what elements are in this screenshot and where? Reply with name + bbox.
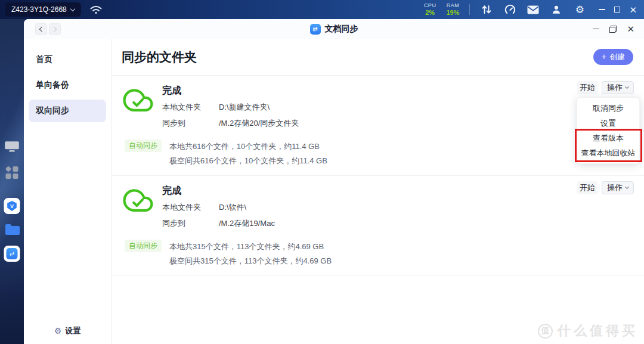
ram-label: RAM [447,3,460,9]
taskbar-divider [469,4,470,15]
window-restore-button[interactable] [609,26,617,33]
window-minimize-button[interactable] [593,29,599,30]
auto-sync-badge: 自动同步 [125,240,162,252]
local-stat: 本地共616个文件，10个文件夹，约11.4 GB [169,140,327,154]
sync-status: 完成 [162,85,299,97]
action-button[interactable]: 操作 [602,81,634,94]
sidebar-item-twoway-sync[interactable]: 双向同步 [29,100,106,122]
settings-gear-icon: ⚙ [54,327,62,335]
sidebar: 首页 单向备份 双向同步 ⚙ 设置 [24,39,112,344]
sync-target-label: 同步到 [162,218,219,229]
sidebar-settings-button[interactable]: ⚙ 设置 [24,326,111,336]
start-button[interactable]: 开始 [577,81,597,94]
local-folder-value: D:\软件\ [219,202,246,213]
desktop-dock: V ⇄ [0,19,24,344]
v-app-icon[interactable]: V [4,198,20,214]
local-folder-label: 本地文件夹 [162,202,219,213]
start-button[interactable]: 开始 [577,181,597,194]
ram-stat: RAM 19% [446,3,459,16]
system-close-button[interactable]: ✕ [629,5,637,14]
doc-sync-app-icon[interactable]: ⇄ [4,246,20,262]
forward-button[interactable] [49,23,61,35]
action-dropdown-menu: 取消同步 设置 查看版本 查看本地回收站 [577,97,640,164]
auto-sync-badge: 自动同步 [125,140,162,152]
local-folder-value: D:\新建文件夹\ [219,102,270,113]
cpu-label: CPU [424,3,436,9]
local-stat: 本地共315个文件，113个文件夹，约4.69 GB [169,240,332,254]
menu-item-settings[interactable]: 设置 [577,116,639,131]
computer-icon[interactable] [4,141,20,155]
main-content: 同步的文件夹 + 创建 [112,39,644,344]
device-selector[interactable]: Z423-3Y1Q-2668 [5,2,81,17]
sidebar-settings-label: 设置 [65,326,80,336]
action-button-label: 操作 [607,82,623,93]
ram-value: 19% [446,9,459,16]
sidebar-item-home[interactable]: 首页 [29,48,106,71]
sync-target-label: 同步到 [162,118,219,129]
sync-status: 完成 [162,185,275,197]
menu-item-view-versions[interactable]: 查看版本 [577,131,639,145]
system-maximize-button[interactable] [614,7,620,13]
device-name: Z423-3Y1Q-2668 [11,5,67,14]
watermark: 值 什么值得买 [538,322,638,340]
sync-row: 完成 本地文件夹 D:\新建文件夹\ 同步到 /M.2存储20/同步文件夹 [112,76,644,176]
folder-icon[interactable] [4,223,20,237]
remote-stat: 极空间共616个文件，10个文件夹，约11.4 GB [169,154,327,168]
back-button[interactable] [35,23,47,35]
window-close-button[interactable]: ✕ [627,24,634,33]
create-button-label: 创建 [609,52,625,63]
menu-item-view-local-recycle-bin[interactable]: 查看本地回收站 [577,145,639,160]
chevron-down-icon [625,185,629,189]
cpu-stat: CPU 2% [424,3,436,16]
gear-icon[interactable]: ⚙ [573,3,586,16]
doc-sync-app-icon-small: ⇄ [310,24,321,35]
system-taskbar: Z423-3Y1Q-2668 CPU 2% RAM 19% [0,0,644,19]
action-button[interactable]: 操作 [602,181,634,194]
page-title: 同步的文件夹 [122,49,197,66]
wifi-icon[interactable] [89,5,103,15]
cloud-check-icon [122,85,154,134]
app-grid-icon[interactable] [6,166,18,179]
doc-sync-window: ⇄ 文档同步 ✕ 首页 单向备份 双向同步 ⚙ 设置 [24,19,644,344]
action-button-label: 操作 [607,182,623,193]
cloud-check-icon [122,185,154,234]
watermark-badge: 值 [538,324,553,339]
transfer-icon[interactable] [480,3,493,16]
mail-icon[interactable] [527,3,540,16]
create-button[interactable]: + 创建 [593,49,633,65]
sync-row: 完成 本地文件夹 D:\软件\ 同步到 /M.2存储19/Mac [112,176,644,276]
menu-item-cancel-sync[interactable]: 取消同步 [577,101,639,116]
user-icon[interactable] [550,3,563,16]
window-titlebar: ⇄ 文档同步 ✕ [24,19,644,39]
cpu-value: 2% [425,9,435,16]
chevron-down-icon [625,85,629,89]
performance-gauge-icon[interactable] [503,3,516,16]
watermark-text: 什么值得买 [558,322,638,340]
window-title: 文档同步 [325,24,358,35]
screen: Z423-3Y1Q-2668 CPU 2% RAM 19% [0,0,644,344]
chevron-down-icon [70,6,75,11]
sync-target-value: /M.2存储19/Mac [219,218,275,229]
system-minimize-button[interactable] [599,9,605,10]
local-folder-label: 本地文件夹 [162,102,219,113]
sidebar-item-oneway-backup[interactable]: 单向备份 [29,74,106,97]
sync-target-value: /M.2存储20/同步文件夹 [219,118,299,129]
plus-icon: + [602,52,606,61]
remote-stat: 极空间共315个文件，113个文件夹，约4.69 GB [169,254,332,268]
